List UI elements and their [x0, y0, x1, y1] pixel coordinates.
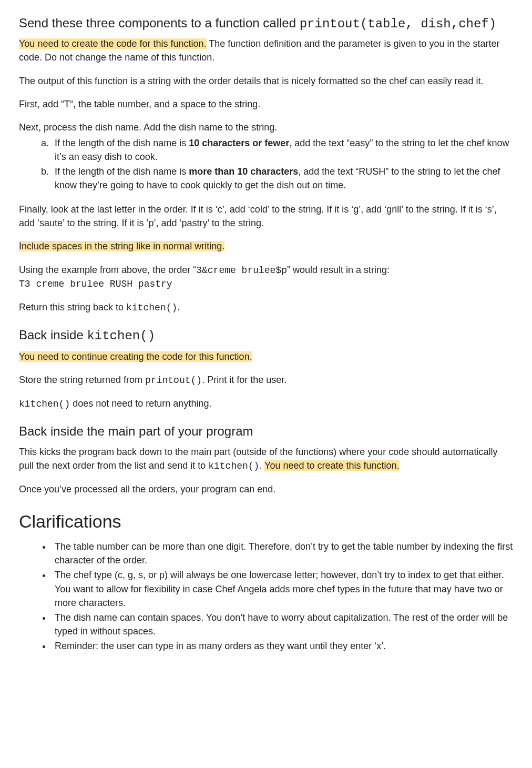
- section1-heading-code: printout(table, dish,chef): [300, 17, 496, 31]
- li-a-bold: 10 characters or fewer: [189, 138, 289, 148]
- section2-p2-post: . Print it for the user.: [202, 375, 287, 385]
- section3-p1-code: kitchen(): [208, 461, 259, 471]
- list-item: If the length of the dish name is 10 cha…: [52, 136, 513, 164]
- section1-p7-post: ” would result in a string:: [287, 265, 390, 275]
- section1-p7: Using the example from above, the order …: [19, 263, 513, 277]
- section1-heading-text: Send these three components to a functio…: [19, 16, 300, 30]
- section2-p3: kitchen() does not need to return anythi…: [19, 397, 513, 411]
- clarifications-list: The table number can be more than one di…: [19, 540, 513, 653]
- section2-heading-text: Back inside: [19, 328, 87, 342]
- list-item: The chef type (c, g, s, or p) will alway…: [52, 568, 513, 609]
- section2-p1: You need to continue creating the code f…: [19, 350, 513, 363]
- section3-p1-highlight: You need to create this function.: [264, 460, 400, 471]
- section1-p4: Next, process the dish name. Add the dis…: [19, 120, 513, 134]
- section1-p7-output: T3 creme brulee RUSH pastry: [19, 277, 513, 291]
- section1-sublist: If the length of the dish name is 10 cha…: [19, 136, 513, 192]
- section2-p3-post: does not need to return anything.: [70, 398, 211, 409]
- section3-p1-mid: .: [259, 460, 264, 471]
- section2-p2-pre: Store the string returned from: [19, 375, 145, 385]
- section1-p6-highlight: Include spaces in the string like in nor…: [19, 241, 224, 251]
- section1-p3: First, add “T“, the table number, and a …: [19, 97, 513, 111]
- section1-p6: Include spaces in the string like in nor…: [19, 239, 513, 253]
- section1-p8: Return this string back to kitchen().: [19, 300, 513, 315]
- section1-p8-pre: Return this string back to: [19, 302, 126, 312]
- section1-p5: Finally, look at the last letter in the …: [19, 203, 513, 230]
- section2-p2: Store the string returned from printout(…: [19, 373, 513, 387]
- section2-p2-code: printout(): [145, 375, 202, 386]
- section1-p8-code: kitchen(): [126, 302, 177, 313]
- section1-p1: You need to create the code for this fun…: [19, 37, 513, 64]
- section1-p8-post: .: [177, 302, 180, 312]
- section1-p1-highlight: You need to create the code for this fun…: [19, 38, 207, 49]
- section3-heading: Back inside the main part of your progra…: [19, 422, 513, 441]
- section2-heading: Back inside kitchen(): [19, 326, 513, 346]
- section2-heading-code: kitchen(): [87, 329, 155, 343]
- list-item: If the length of the dish name is more t…: [52, 165, 513, 192]
- section1-heading: Send these three components to a functio…: [19, 15, 513, 33]
- section3-p1: This kicks the program back down to the …: [19, 445, 513, 473]
- li-b-pre: If the length of the dish name is: [55, 166, 189, 177]
- clarifications-heading: Clarifications: [19, 509, 513, 534]
- section2-p1-highlight: You need to continue creating the code f…: [19, 351, 252, 362]
- section1-p2: The output of this function is a string …: [19, 74, 513, 88]
- section3-p2: Once you’ve processed all the orders, yo…: [19, 482, 513, 496]
- li-a-pre: If the length of the dish name is: [55, 138, 189, 148]
- list-item: The table number can be more than one di…: [52, 540, 513, 567]
- section1-p7-pre: Using the example from above, the order …: [19, 265, 196, 275]
- list-item: The dish name can contain spaces. You do…: [52, 611, 513, 638]
- list-item: Reminder: the user can type in as many o…: [52, 639, 513, 653]
- section2-p3-code: kitchen(): [19, 399, 70, 409]
- section1-p7-code: 3&creme brulee$p: [196, 265, 287, 276]
- li-b-bold: more than 10 characters: [189, 166, 298, 177]
